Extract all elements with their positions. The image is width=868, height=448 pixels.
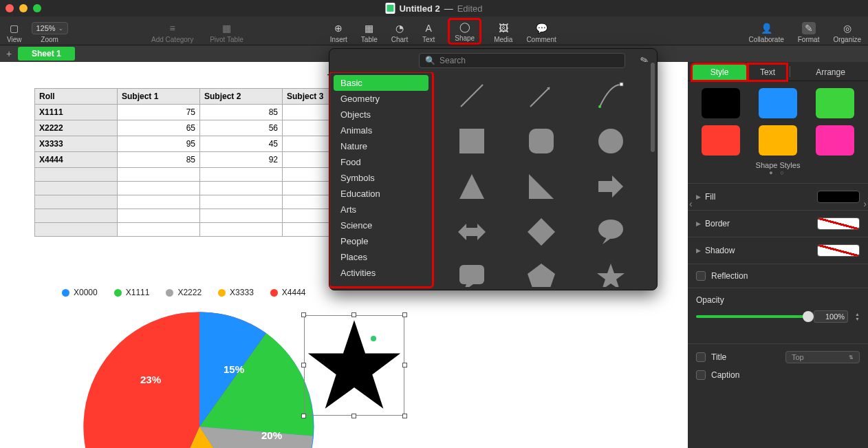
- resize-handle[interactable]: [402, 414, 407, 418]
- style-swatch[interactable]: [759, 88, 797, 118]
- shape-star-icon[interactable]: [578, 257, 643, 287]
- legend-item[interactable]: X3333: [218, 288, 254, 297]
- shape-diamond-icon[interactable]: [509, 211, 574, 253]
- legend-item[interactable]: X0000: [62, 288, 98, 297]
- shape-category[interactable]: Activities: [334, 265, 428, 281]
- close-window-icon[interactable]: [6, 4, 14, 12]
- disclosure-icon[interactable]: ▶: [696, 247, 701, 254]
- shape-category[interactable]: Food: [334, 154, 428, 170]
- minimize-window-icon[interactable]: [19, 4, 28, 12]
- shape-category[interactable]: People: [334, 233, 428, 249]
- view-button[interactable]: ▢ View: [7, 22, 22, 43]
- collaborate-icon: 👤: [759, 22, 773, 34]
- collaborate-button[interactable]: 👤Collaborate: [749, 22, 784, 43]
- shape-pentagon-icon[interactable]: [509, 257, 574, 287]
- shape-search-input[interactable]: 🔍 Search: [419, 53, 625, 68]
- style-swatch[interactable]: [702, 125, 740, 156]
- shape-curve-icon[interactable]: [578, 75, 643, 116]
- legend-item[interactable]: X4444: [270, 288, 306, 297]
- style-swatch[interactable]: [816, 88, 854, 118]
- shape-popover: 🔍 Search ✎ Basic Geometry Objects Animal…: [329, 48, 658, 290]
- comment-button[interactable]: 💬Comment: [526, 22, 556, 43]
- resize-handle[interactable]: [301, 312, 306, 317]
- shape-rounded-square-icon[interactable]: [509, 120, 574, 162]
- format-button[interactable]: ✎Format: [798, 22, 820, 43]
- shape-category[interactable]: Symbols: [334, 170, 428, 186]
- scrollbar-thumb[interactable]: [651, 63, 655, 152]
- fill-row[interactable]: ▶ Fill: [688, 183, 868, 210]
- shape-category[interactable]: Places: [334, 249, 428, 265]
- data-table[interactable]: Roll Subject 1 Subject 2 Subject 3 X1111…: [34, 88, 365, 237]
- shape-right-triangle-icon[interactable]: [509, 166, 574, 207]
- resize-handle[interactable]: [351, 312, 356, 317]
- shape-category[interactable]: Animals: [334, 122, 428, 138]
- resize-handle[interactable]: [402, 312, 407, 317]
- tab-arrange[interactable]: Arrange: [793, 64, 868, 81]
- reflection-checkbox[interactable]: [696, 271, 706, 281]
- table-header[interactable]: Subject 1: [118, 89, 200, 105]
- add-category-button[interactable]: ≡ Add Category: [151, 22, 193, 43]
- draw-shape-icon[interactable]: ✎: [639, 53, 651, 66]
- tab-style[interactable]: Style: [692, 64, 747, 81]
- shape-arrow-right-icon[interactable]: [578, 166, 643, 207]
- fill-swatch[interactable]: [817, 191, 860, 203]
- shape-category[interactable]: Geometry: [334, 91, 428, 107]
- shape-speech-bubble-icon[interactable]: [578, 211, 643, 253]
- resize-handle[interactable]: [402, 363, 407, 367]
- style-swatch[interactable]: [759, 125, 797, 156]
- prev-styles-button[interactable]: ‹: [689, 198, 693, 209]
- organize-button[interactable]: ◎Organize: [833, 22, 861, 43]
- insert-button[interactable]: ⊕Insert: [330, 22, 347, 43]
- table-header[interactable]: Roll: [35, 89, 118, 105]
- shape-callout-square-icon[interactable]: [440, 257, 505, 287]
- resize-handle[interactable]: [301, 363, 306, 367]
- shape-category[interactable]: Nature: [334, 138, 428, 154]
- border-swatch[interactable]: [817, 217, 860, 230]
- shape-square-icon[interactable]: [440, 120, 505, 162]
- title-checkbox[interactable]: [696, 352, 706, 362]
- shape-category[interactable]: Arts: [334, 202, 428, 217]
- shape-category[interactable]: Objects: [334, 107, 428, 122]
- opacity-stepper[interactable]: ▲▼: [855, 312, 860, 321]
- shape-line-icon[interactable]: [440, 75, 505, 116]
- shape-triangle-icon[interactable]: [440, 166, 505, 207]
- shadow-row[interactable]: ▶ Shadow: [688, 237, 868, 264]
- legend-item[interactable]: X2222: [166, 288, 202, 297]
- zoom-dropdown[interactable]: 125%⌄ Zoom: [32, 22, 68, 43]
- text-tool-button[interactable]: AText: [422, 22, 435, 43]
- shape-category[interactable]: Science: [334, 217, 428, 233]
- shadow-swatch[interactable]: [817, 244, 860, 257]
- title-position-select[interactable]: Top⇅: [785, 351, 860, 363]
- chart-button[interactable]: ◔Chart: [391, 22, 408, 43]
- resize-handle[interactable]: [351, 414, 356, 418]
- sheet-tab[interactable]: Sheet 1: [18, 47, 75, 61]
- border-row[interactable]: ▶ Border: [688, 210, 868, 237]
- add-sheet-button[interactable]: +: [0, 48, 18, 59]
- shape-category[interactable]: Basic: [334, 75, 428, 91]
- legend-item[interactable]: X1111: [114, 288, 150, 297]
- selected-shape-star[interactable]: [304, 315, 404, 416]
- fullscreen-window-icon[interactable]: [33, 4, 41, 12]
- caption-checkbox[interactable]: [696, 370, 706, 380]
- table-header[interactable]: Subject 2: [200, 89, 283, 105]
- shape-arrow-bidir-icon[interactable]: [440, 211, 505, 253]
- slider-thumb[interactable]: [803, 311, 814, 322]
- shape-category[interactable]: Education: [334, 186, 428, 202]
- resize-handle[interactable]: [301, 414, 306, 418]
- shape-arrow-line-icon[interactable]: [509, 75, 574, 116]
- style-swatch[interactable]: [816, 125, 854, 156]
- tab-text[interactable]: Text: [748, 64, 787, 81]
- disclosure-icon[interactable]: ▶: [696, 193, 701, 200]
- table-button[interactable]: ▦Table: [361, 22, 378, 43]
- opacity-value-field[interactable]: 100%: [814, 310, 848, 323]
- shape-tool-button[interactable]: ◯Shape: [449, 19, 480, 43]
- shape-circle-icon[interactable]: [578, 120, 643, 162]
- pie-chart[interactable]: 15% 23% 20%: [83, 310, 316, 448]
- disclosure-icon[interactable]: ▶: [696, 220, 701, 227]
- style-swatch[interactable]: [702, 88, 740, 118]
- opacity-slider[interactable]: [696, 315, 808, 318]
- shape-edit-handle[interactable]: [371, 336, 376, 341]
- media-button[interactable]: 🖼Media: [494, 22, 512, 43]
- pivot-table-button[interactable]: ▦ Pivot Table: [210, 22, 243, 43]
- next-styles-button[interactable]: ›: [863, 198, 867, 209]
